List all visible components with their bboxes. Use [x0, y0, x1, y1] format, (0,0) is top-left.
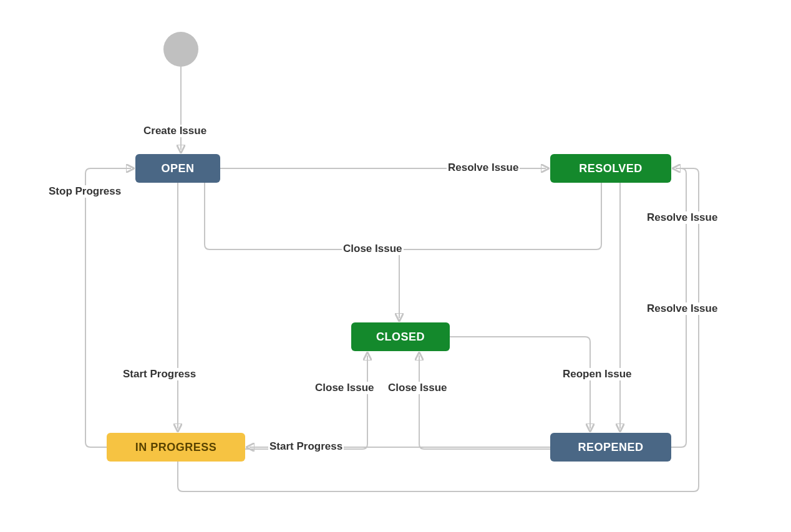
edge-label-start-progress-open: Start Progress: [122, 368, 197, 380]
start-node: [163, 32, 198, 67]
edge-label-resolve-issue-open: Resolve Issue: [447, 162, 520, 174]
edge-label-resolve-issue-inprog: Resolve Issue: [646, 302, 719, 315]
state-open: OPEN: [135, 154, 220, 183]
edge-label-create-issue: Create Issue: [142, 125, 208, 137]
state-label: OPEN: [161, 162, 194, 175]
state-label: IN PROGRESS: [135, 441, 217, 454]
state-label: RESOLVED: [579, 162, 643, 175]
edge-label-close-issue-inprog: Close Issue: [314, 382, 376, 394]
state-label: CLOSED: [376, 331, 425, 344]
state-in-progress: IN PROGRESS: [107, 433, 245, 462]
state-label: REOPENED: [578, 441, 643, 454]
edge-label-resolve-issue-reopen: Resolve Issue: [646, 211, 719, 224]
state-reopened: REOPENED: [550, 433, 671, 462]
state-closed: CLOSED: [351, 322, 450, 351]
edge-label-stop-progress: Stop Progress: [47, 185, 122, 198]
state-resolved: RESOLVED: [550, 154, 671, 183]
edge-label-start-progress-reopen: Start Progress: [268, 440, 344, 453]
edge-label-close-issue-top: Close Issue: [342, 243, 404, 255]
edge-label-close-issue-reopened: Close Issue: [387, 382, 449, 394]
edge-label-reopen-issue: Reopen Issue: [561, 368, 633, 380]
workflow-diagram: OPEN RESOLVED CLOSED IN PROGRESS REOPENE…: [0, 0, 791, 532]
